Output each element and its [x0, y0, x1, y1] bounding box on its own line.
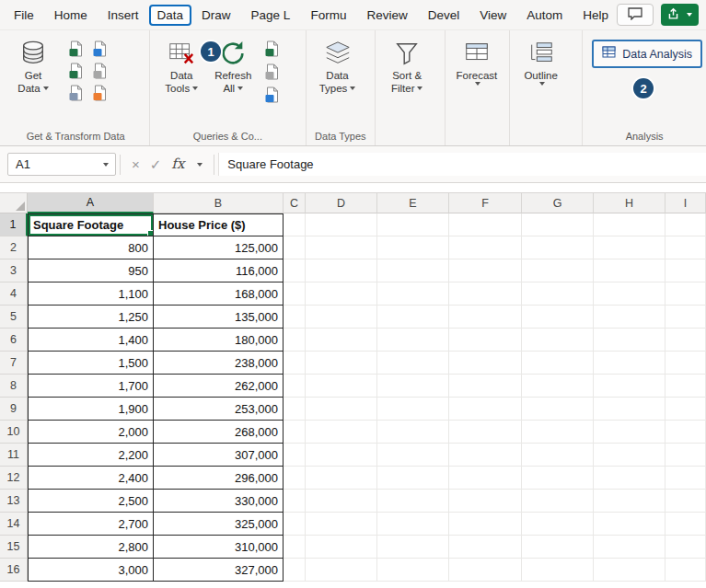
cell-A11[interactable]: 2,200 — [28, 444, 154, 467]
row-header-9[interactable]: 9 — [0, 398, 28, 421]
cell-H7[interactable] — [594, 352, 665, 375]
insert-function-button[interactable]: fx — [171, 157, 184, 171]
cell-I9[interactable] — [665, 398, 706, 421]
cell-I14[interactable] — [665, 513, 706, 536]
cell-A16[interactable]: 3,000 — [28, 559, 154, 582]
existing-connections-icon[interactable] — [66, 84, 85, 102]
cell-A14[interactable]: 2,700 — [28, 513, 154, 536]
column-header-G[interactable]: G — [522, 193, 594, 213]
cell-H11[interactable] — [594, 444, 665, 467]
cell-H9[interactable] — [594, 398, 665, 421]
cell-H3[interactable] — [594, 259, 665, 282]
cell-H14[interactable] — [594, 513, 665, 536]
cell-E8[interactable] — [377, 375, 449, 398]
tab-view[interactable]: View — [469, 3, 516, 28]
cell-G4[interactable] — [522, 282, 594, 306]
row-header-7[interactable]: 7 — [0, 352, 28, 375]
cell-F4[interactable] — [449, 282, 522, 306]
cell-F12[interactable] — [449, 467, 522, 490]
row-header-2[interactable]: 2 — [0, 236, 28, 259]
cell-I4[interactable] — [665, 282, 706, 306]
cell-G6[interactable] — [522, 329, 594, 352]
column-header-C[interactable]: C — [284, 193, 306, 213]
cell-B7[interactable]: 238,000 — [154, 352, 284, 375]
cell-D13[interactable] — [306, 490, 377, 513]
column-header-H[interactable]: H — [594, 193, 665, 213]
cell-F3[interactable] — [449, 259, 522, 282]
sort-filter-button[interactable]: Sort & Filter — [381, 38, 433, 95]
cell-C11[interactable] — [284, 444, 306, 467]
name-box[interactable]: A1 — [7, 153, 116, 176]
cell-I6[interactable] — [665, 329, 706, 352]
cell-C4[interactable] — [284, 282, 306, 306]
cell-G13[interactable] — [522, 490, 594, 513]
cell-F10[interactable] — [449, 421, 522, 444]
cell-B11[interactable]: 307,000 — [154, 444, 284, 467]
cell-D4[interactable] — [306, 282, 377, 306]
cell-I7[interactable] — [665, 352, 706, 375]
cell-F9[interactable] — [449, 398, 522, 421]
row-header-12[interactable]: 12 — [0, 467, 28, 490]
cell-I10[interactable] — [665, 421, 706, 444]
enter-button[interactable]: ✓ — [150, 157, 162, 171]
cell-F5[interactable] — [449, 306, 522, 329]
cell-C12[interactable] — [284, 467, 306, 490]
cell-B16[interactable]: 327,000 — [154, 559, 284, 582]
cell-D9[interactable] — [306, 398, 377, 421]
cell-I8[interactable] — [665, 375, 706, 398]
cell-E7[interactable] — [377, 352, 449, 375]
cell-I1[interactable] — [665, 213, 706, 236]
cell-B2[interactable]: 125,000 — [154, 236, 284, 259]
cell-D10[interactable] — [306, 421, 377, 444]
cell-B10[interactable]: 268,000 — [154, 421, 284, 444]
cell-A3[interactable]: 950 — [28, 259, 154, 282]
cell-B1[interactable]: House Price ($) — [154, 213, 284, 236]
cell-G16[interactable] — [522, 559, 594, 582]
cell-G9[interactable] — [522, 398, 594, 421]
from-picture-icon[interactable] — [90, 84, 109, 102]
cell-C14[interactable] — [284, 513, 306, 536]
cell-A9[interactable]: 1,900 — [28, 398, 154, 421]
data-analysis-button[interactable]: Data Analysis — [592, 40, 702, 68]
cell-C5[interactable] — [284, 306, 306, 329]
cell-H15[interactable] — [594, 536, 665, 559]
cell-I3[interactable] — [665, 259, 706, 282]
workbook-links-icon[interactable] — [262, 86, 281, 104]
cell-B15[interactable]: 310,000 — [154, 536, 284, 559]
cell-F1[interactable] — [449, 213, 522, 236]
cell-C9[interactable] — [284, 398, 306, 421]
cell-C10[interactable] — [284, 421, 306, 444]
tab-page-l[interactable]: Page L — [241, 3, 301, 28]
tab-devel[interactable]: Devel — [418, 3, 470, 28]
cell-F7[interactable] — [449, 352, 522, 375]
cell-E15[interactable] — [377, 536, 449, 559]
cell-I16[interactable] — [665, 559, 706, 582]
row-header-4[interactable]: 4 — [0, 282, 28, 306]
cell-C7[interactable] — [284, 352, 306, 375]
cell-B8[interactable]: 262,000 — [154, 375, 284, 398]
from-text-csv-icon[interactable] — [66, 40, 85, 58]
cell-G2[interactable] — [522, 236, 594, 259]
cell-A1[interactable]: Square Footage — [28, 213, 154, 236]
row-header-11[interactable]: 11 — [0, 444, 28, 467]
cell-A2[interactable]: 800 — [28, 236, 154, 259]
cell-D8[interactable] — [306, 375, 377, 398]
cell-G12[interactable] — [522, 467, 594, 490]
tab-help[interactable]: Help — [573, 3, 617, 28]
cell-E4[interactable] — [377, 282, 449, 306]
cell-F8[interactable] — [449, 375, 522, 398]
cell-D14[interactable] — [306, 513, 377, 536]
cell-G7[interactable] — [522, 352, 594, 375]
cell-I11[interactable] — [665, 444, 706, 467]
cell-D6[interactable] — [306, 329, 377, 352]
column-header-F[interactable]: F — [449, 193, 522, 213]
cell-H8[interactable] — [594, 375, 665, 398]
queries-connections-icon[interactable] — [262, 40, 281, 58]
cell-G15[interactable] — [522, 536, 594, 559]
cell-B3[interactable]: 116,000 — [154, 259, 284, 282]
cancel-button[interactable]: × — [132, 157, 140, 171]
cell-F6[interactable] — [449, 329, 522, 352]
forecast-button[interactable]: Forecast — [451, 38, 503, 86]
cell-A15[interactable]: 2,800 — [28, 536, 154, 559]
cell-H13[interactable] — [594, 490, 665, 513]
